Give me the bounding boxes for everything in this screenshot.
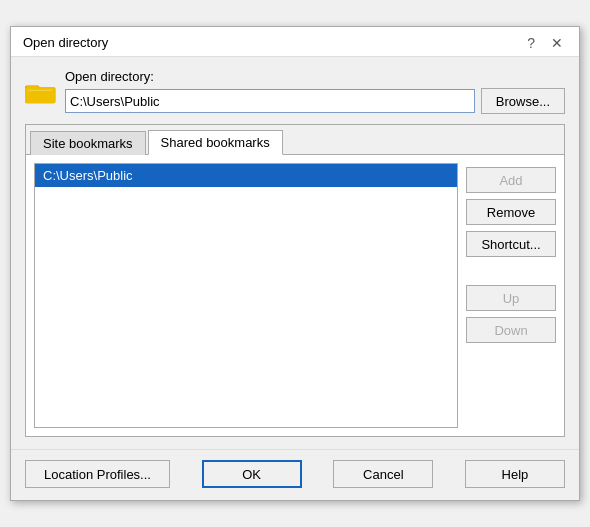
dialog-title: Open directory bbox=[23, 35, 108, 50]
ok-button[interactable]: OK bbox=[202, 460, 302, 488]
help-button[interactable]: ? bbox=[523, 36, 539, 50]
open-dir-row: Open directory: C:\Users\Public Browse..… bbox=[25, 69, 565, 114]
up-button[interactable]: Up bbox=[466, 285, 556, 311]
directory-select[interactable]: C:\Users\Public bbox=[65, 89, 475, 113]
bookmark-list[interactable]: C:\Users\Public bbox=[34, 163, 458, 428]
open-dir-label: Open directory: bbox=[65, 69, 565, 84]
location-profiles-button[interactable]: Location Profiles... bbox=[25, 460, 170, 488]
shortcut-button[interactable]: Shortcut... bbox=[466, 231, 556, 257]
dir-input-row: C:\Users\Public Browse... bbox=[65, 88, 565, 114]
button-spacer bbox=[466, 263, 556, 279]
remove-button[interactable]: Remove bbox=[466, 199, 556, 225]
dialog-content: Open directory: C:\Users\Public Browse..… bbox=[11, 57, 579, 449]
add-button[interactable]: Add bbox=[466, 167, 556, 193]
title-bar-left: Open directory bbox=[23, 35, 108, 50]
tabs-section: Site bookmarks Shared bookmarks C:\Users… bbox=[25, 124, 565, 437]
title-bar-right: ? ✕ bbox=[523, 36, 567, 50]
folder-icon bbox=[25, 78, 57, 106]
help-bottom-button[interactable]: Help bbox=[465, 460, 565, 488]
tab-site-bookmarks[interactable]: Site bookmarks bbox=[30, 131, 146, 155]
close-button[interactable]: ✕ bbox=[547, 36, 567, 50]
down-button[interactable]: Down bbox=[466, 317, 556, 343]
open-directory-dialog: Open directory ? ✕ Open directory: bbox=[10, 26, 580, 501]
svg-rect-3 bbox=[27, 85, 38, 89]
browse-button[interactable]: Browse... bbox=[481, 88, 565, 114]
tab-bar: Site bookmarks Shared bookmarks bbox=[26, 125, 564, 155]
tab-shared-bookmarks[interactable]: Shared bookmarks bbox=[148, 130, 283, 155]
title-bar: Open directory ? ✕ bbox=[11, 27, 579, 57]
cancel-button[interactable]: Cancel bbox=[333, 460, 433, 488]
bottom-buttons: Location Profiles... OK Cancel Help bbox=[11, 449, 579, 500]
action-buttons: Add Remove Shortcut... Up Down bbox=[466, 163, 556, 428]
bookmark-item[interactable]: C:\Users\Public bbox=[35, 164, 457, 187]
open-dir-label-group: Open directory: C:\Users\Public Browse..… bbox=[65, 69, 565, 114]
tab-content: C:\Users\Public Add Remove Shortcut... U… bbox=[26, 155, 564, 436]
